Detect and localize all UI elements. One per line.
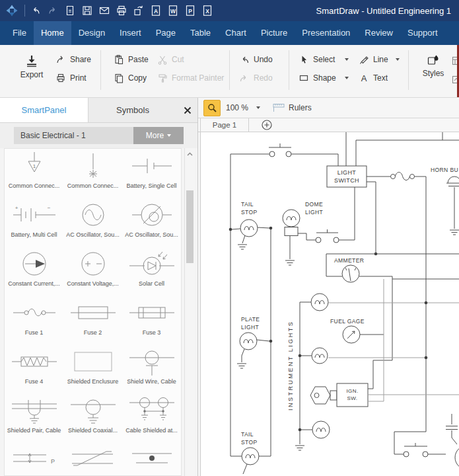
redo-button[interactable]: Redo: [239, 72, 273, 84]
symbol-label: Shield Wire, Cable: [127, 378, 176, 385]
symbol-crossover-line[interactable]: [63, 444, 122, 476]
menu-item-table[interactable]: Table: [183, 21, 218, 45]
menu-item-presentation[interactable]: Presentation: [295, 21, 357, 45]
shape-dropdown-caret[interactable]: [345, 77, 349, 79]
shape-button[interactable]: Shape: [299, 72, 349, 84]
symbol-label: Fuse 1: [25, 329, 44, 336]
close-panel-button[interactable]: [178, 98, 197, 122]
select-dropdown-caret[interactable]: [345, 58, 349, 61]
redo-icon[interactable]: [47, 5, 59, 17]
rulers-toggle[interactable]: Rulers: [272, 102, 312, 113]
menu-item-page[interactable]: Page: [149, 21, 183, 45]
symbol-shield-wire-cable[interactable]: Shield Wire, Cable: [122, 346, 181, 395]
symbol-fuse-1[interactable]: Fuse 1: [5, 297, 63, 346]
paste-button[interactable]: Paste: [114, 54, 149, 65]
more-symbols-button[interactable]: More: [133, 127, 184, 144]
export-excel-icon[interactable]: X: [201, 5, 213, 17]
scroll-up-icon[interactable]: [187, 152, 193, 156]
symbol-fuse-3[interactable]: Fuse 3: [122, 297, 181, 346]
symbol-shielded-coaxial[interactable]: Shielded Coaxial...: [63, 395, 122, 444]
fuse-1-icon: [8, 297, 61, 329]
export-word-icon[interactable]: W: [167, 5, 179, 17]
symbol-battery-multi-cell[interactable]: +−Battery, Multi Cell: [5, 199, 63, 248]
symbol-shielded-pair-cable[interactable]: Shielded Pair, Cable: [5, 395, 63, 444]
junction-dot-icon: [125, 444, 178, 475]
tab-symbols[interactable]: Symbols: [88, 98, 177, 122]
constant-voltage-icon: [67, 248, 120, 280]
export-button[interactable]: Export: [15, 54, 49, 79]
styles-button[interactable]: Styles: [417, 54, 449, 78]
export-powerpoint-icon[interactable]: P: [184, 5, 196, 17]
print-button[interactable]: Print: [55, 72, 87, 84]
menu-item-picture[interactable]: Picture: [254, 21, 295, 45]
menu-item-review[interactable]: Review: [357, 21, 400, 45]
cut-button[interactable]: Cut: [157, 54, 184, 65]
copy-button[interactable]: Copy: [114, 72, 147, 84]
menu-item-support[interactable]: Support: [400, 21, 445, 45]
symbol-fuse-2[interactable]: Fuse 2: [63, 297, 122, 346]
email-icon[interactable]: [98, 5, 110, 17]
title-bar: AWPX SmartDraw - Untitled Engineering 1: [0, 0, 459, 21]
symbol-common-connection-1[interactable]: 1Common Connec...: [5, 150, 63, 199]
symbol-library-name[interactable]: Basic Electrical - 1: [14, 127, 133, 144]
text-label: Text: [373, 73, 388, 83]
pressure-line-icon: P: [8, 444, 61, 475]
format-painter-button[interactable]: Format Painter: [157, 72, 224, 84]
page-tab[interactable]: Page 1: [200, 118, 249, 132]
solar-cell-icon: [125, 248, 178, 280]
symbol-shielded-enclosure[interactable]: Shielded Enclusure: [63, 346, 122, 395]
symbol-label: Cable Shielded at...: [125, 427, 178, 434]
zoom-button[interactable]: [203, 100, 221, 116]
line-dropdown-caret[interactable]: [396, 58, 400, 61]
symbol-constant-current[interactable]: Constant Current,...: [5, 248, 63, 297]
symbol-junction-dot[interactable]: [122, 444, 181, 476]
symbol-cable-shielded-at[interactable]: Cable Shielded at...: [122, 395, 181, 444]
print-icon[interactable]: [116, 5, 127, 17]
symbol-pressure-line[interactable]: P: [5, 444, 63, 476]
new-document-icon[interactable]: [64, 5, 76, 17]
scrollbar-thumb[interactable]: [186, 190, 194, 263]
svg-text:W: W: [170, 8, 176, 15]
symbol-fuse-4[interactable]: Fuse 4: [5, 346, 63, 395]
text-button[interactable]: A Text: [359, 72, 388, 84]
undo-icon[interactable]: [30, 5, 42, 17]
line-button[interactable]: Line: [359, 54, 400, 65]
export-pdf-icon[interactable]: A: [150, 5, 162, 17]
drawing-canvas[interactable]: LIGHT SWITCH HORN BU TAIL STOP DOME LIGH…: [200, 132, 459, 476]
menu-item-design[interactable]: Design: [71, 21, 112, 45]
symbol-constant-voltage[interactable]: Constant Voltage,...: [63, 248, 122, 297]
more-label: More: [146, 131, 164, 140]
symbol-label: Fuse 3: [143, 329, 161, 336]
symbol-solar-cell[interactable]: Solar Cell: [122, 248, 181, 297]
more-dropdown-caret: [167, 134, 171, 137]
ac-oscillator-2-icon: [125, 199, 178, 231]
zoom-dropdown-caret[interactable]: [256, 106, 260, 109]
menu-item-insert[interactable]: Insert: [112, 21, 149, 45]
shape-icon: [299, 73, 309, 83]
share-button[interactable]: Share: [55, 54, 91, 65]
svg-text:X: X: [205, 8, 209, 15]
symbol-ac-oscillator-1[interactable]: AC Oscillator, Sou...: [63, 199, 122, 248]
symbol-label: Fuse 4: [25, 378, 44, 385]
symbol-ac-oscillator-2[interactable]: AC Oscillator, Sou...: [122, 199, 181, 248]
symbol-battery-single-cell[interactable]: Battery, Single Cell: [122, 150, 181, 199]
menu-item-file[interactable]: File: [5, 21, 34, 45]
horn-button-label: HORN BU: [431, 167, 458, 173]
menu-item-home[interactable]: Home: [34, 21, 71, 45]
copy-icon: [114, 73, 124, 83]
panel-scrollbar[interactable]: [184, 148, 195, 476]
menu-item-chart[interactable]: Chart: [218, 21, 254, 45]
save-icon[interactable]: [81, 5, 93, 17]
tab-smartpanel[interactable]: SmartPanel: [0, 98, 88, 122]
add-page-button[interactable]: [261, 118, 273, 132]
select-button[interactable]: Select: [299, 54, 349, 65]
symbol-common-connection-2[interactable]: Common Connec...: [63, 150, 122, 199]
undo-button[interactable]: Undo: [239, 54, 273, 65]
zoom-level[interactable]: 100 %: [226, 103, 248, 112]
symbol-label: Constant Current,...: [8, 280, 60, 287]
format-painter-icon: [157, 73, 168, 83]
export-icon[interactable]: [133, 5, 145, 17]
symbol-label: AC Oscillator, Sou...: [125, 231, 178, 238]
titlebar-separator: [24, 5, 25, 17]
magnifier-icon: [207, 103, 217, 112]
